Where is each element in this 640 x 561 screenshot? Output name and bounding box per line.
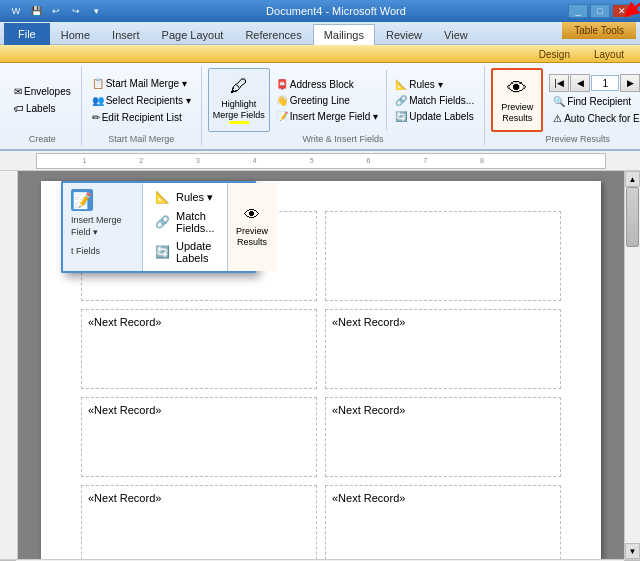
previewresults-group-content: 👁 PreviewResults |◀ ◀ ▶ ▶|	[491, 68, 640, 132]
create-group-label: Create	[29, 132, 56, 144]
nav-first-button[interactable]: |◀	[549, 74, 569, 92]
next-record-6: «Next Record»	[332, 404, 554, 416]
highlight-icon: 🖊	[230, 76, 248, 97]
preview-results-panel: 👁 PreviewResults	[227, 183, 277, 271]
tab-view[interactable]: View	[433, 24, 479, 44]
highlight-merge-fields-button[interactable]: 🖊 HighlightMerge Fields	[208, 68, 270, 132]
maximize-button[interactable]: □	[590, 4, 610, 18]
table-tools-indicator: Table Tools	[562, 22, 636, 39]
insertmergefield-icon: 📝	[276, 111, 288, 122]
cell-7: «Next Record»	[81, 485, 317, 559]
greeting-line-button[interactable]: 👋 Greeting Line	[272, 93, 382, 108]
next-record-5: «Next Record»	[88, 404, 310, 416]
address-block-button[interactable]: 📮 Address Block	[272, 77, 382, 92]
tab-insert[interactable]: Insert	[101, 24, 151, 44]
startmailmerge-icon: 📋	[92, 78, 104, 89]
record-number-input[interactable]	[591, 75, 619, 91]
nav-prev-button[interactable]: ◀	[570, 74, 590, 92]
ribbon: ✉ Envelopes 🏷 Labels Create 📋 Start Mail…	[0, 63, 640, 151]
scrollbar-down-button[interactable]: ▼	[625, 543, 640, 559]
dropdown-matchfields-item[interactable]: 🔗 Match Fields...	[143, 207, 227, 237]
tab-mailings[interactable]: Mailings	[313, 24, 375, 45]
ribbon-group-writeinsert: 🖊 HighlightMerge Fields 📮 Address Block …	[202, 66, 485, 146]
tab-layout[interactable]: Layout	[582, 47, 636, 62]
dropdown-updatelabels-item[interactable]: 🔄 Update Labels	[143, 237, 227, 267]
previewresults-group-label: Preview Results	[546, 132, 611, 144]
document-page: «First» «Middle» «Last» «StreetAddress» …	[41, 181, 601, 559]
dropdown-rules-item[interactable]: 📐 Rules ▾	[143, 187, 227, 207]
preview-results-button[interactable]: 👁 PreviewResults	[491, 68, 543, 132]
matchfields-icon: 🔗	[395, 95, 407, 106]
word-icon: W	[8, 3, 24, 19]
ribbon-group-startmailmerge: 📋 Start Mail Merge ▾ 👥 Select Recipients…	[82, 66, 202, 146]
tab-page-layout[interactable]: Page Layout	[151, 24, 235, 44]
rules-icon: 📐	[395, 79, 407, 90]
insert-merge-field-panel-item: 📝	[71, 189, 134, 211]
quick-access-save[interactable]: 💾	[28, 3, 44, 19]
match-fields-button[interactable]: 🔗 Match Fields...	[391, 93, 478, 108]
greetingline-icon: 👋	[276, 95, 288, 106]
label-icon: 🏷	[14, 103, 24, 114]
tab-file[interactable]: File	[4, 23, 50, 45]
tab-review[interactable]: Review	[375, 24, 433, 44]
start-mail-merge-button[interactable]: 📋 Start Mail Merge ▾	[88, 76, 195, 91]
red-arrow	[612, 0, 640, 24]
next-record-8: «Next Record»	[332, 492, 554, 504]
autocheck-icon: ⚠	[553, 113, 562, 124]
scrollbar-up-button[interactable]: ▲	[625, 171, 640, 187]
startmailmerge-group-label: Start Mail Merge	[108, 132, 174, 144]
ribbon-group-create: ✉ Envelopes 🏷 Labels Create	[4, 66, 82, 146]
insertmergefield-panel-icon: 📝	[71, 189, 93, 211]
cell-4: «Next Record»	[325, 309, 561, 389]
addressblock-icon: 📮	[276, 79, 288, 90]
preview-results-panel-icon: 👁	[244, 206, 260, 224]
scrollbar-thumb[interactable]	[626, 187, 639, 247]
rules-dropdown-icon: 📐	[155, 190, 170, 204]
findrecipient-icon: 🔍	[553, 96, 565, 107]
highlight-underline	[229, 121, 249, 124]
envelopes-button[interactable]: ✉ Envelopes	[10, 84, 75, 99]
auto-check-errors-button[interactable]: ⚠ Auto Check for Errors	[549, 111, 640, 126]
envelope-icon: ✉	[14, 86, 22, 97]
labels-button[interactable]: 🏷 Labels	[10, 101, 75, 116]
highlight-label: HighlightMerge Fields	[213, 99, 265, 121]
insert-merge-field-text: Insert MergeField ▾	[71, 215, 134, 238]
right-scrollbar: ▲ ▼	[624, 171, 640, 559]
scrollbar-track[interactable]	[625, 187, 640, 543]
find-recipient-button[interactable]: 🔍 Find Recipient	[549, 94, 640, 109]
window-title: Document4 - Microsoft Word	[104, 5, 568, 17]
quick-access-undo[interactable]: ↩	[48, 3, 64, 19]
main-area: «First» «Middle» «Last» «StreetAddress» …	[0, 171, 640, 559]
writeinsert-group-content: 🖊 HighlightMerge Fields 📮 Address Block …	[208, 68, 478, 132]
cell-5: «Next Record»	[81, 397, 317, 477]
tab-references[interactable]: References	[234, 24, 312, 44]
startmailmerge-group-content: 📋 Start Mail Merge ▾ 👥 Select Recipients…	[88, 68, 195, 132]
edit-recipient-list-button[interactable]: ✏ Edit Recipient List	[88, 110, 195, 125]
title-bar: W 💾 ↩ ↪ ▾ Document4 - Microsoft Word _ □…	[0, 0, 640, 22]
select-recipients-button[interactable]: 👥 Select Recipients ▾	[88, 93, 195, 108]
create-group-content: ✉ Envelopes 🏷 Labels	[10, 68, 75, 132]
quick-access-redo[interactable]: ↪	[68, 3, 84, 19]
cell-2	[325, 211, 561, 301]
vertical-ruler	[0, 171, 18, 559]
writeinsert-group-label: Write & Insert Fields	[303, 132, 384, 144]
t-fields-text: t Fields	[71, 246, 134, 256]
updatelabels-icon: 🔄	[395, 111, 407, 122]
cell-3: «Next Record»	[81, 309, 317, 389]
preview-results-panel-label: PreviewResults	[236, 226, 268, 248]
nav-next-button[interactable]: ▶	[620, 74, 640, 92]
quick-access-dropdown[interactable]: ▾	[88, 3, 104, 19]
horizontal-ruler: 1 2 3 4 5 6 7 8	[36, 153, 606, 169]
tab-design[interactable]: Design	[527, 47, 582, 62]
previewresults-icon: 👁	[507, 77, 527, 100]
tab-home[interactable]: Home	[50, 24, 101, 44]
updatelabels-dropdown-icon: 🔄	[155, 245, 170, 259]
cell-6: «Next Record»	[325, 397, 561, 477]
ruler-area: 1 2 3 4 5 6 7 8	[0, 151, 640, 171]
update-labels-button[interactable]: 🔄 Update Labels	[391, 109, 478, 124]
svg-line-0	[630, 0, 640, 12]
rules-button[interactable]: 📐 Rules ▾	[391, 77, 478, 92]
minimize-button[interactable]: _	[568, 4, 588, 18]
insert-merge-field-button[interactable]: 📝 Insert Merge Field ▾	[272, 109, 382, 124]
document-scroll-area[interactable]: «First» «Middle» «Last» «StreetAddress» …	[18, 171, 624, 559]
